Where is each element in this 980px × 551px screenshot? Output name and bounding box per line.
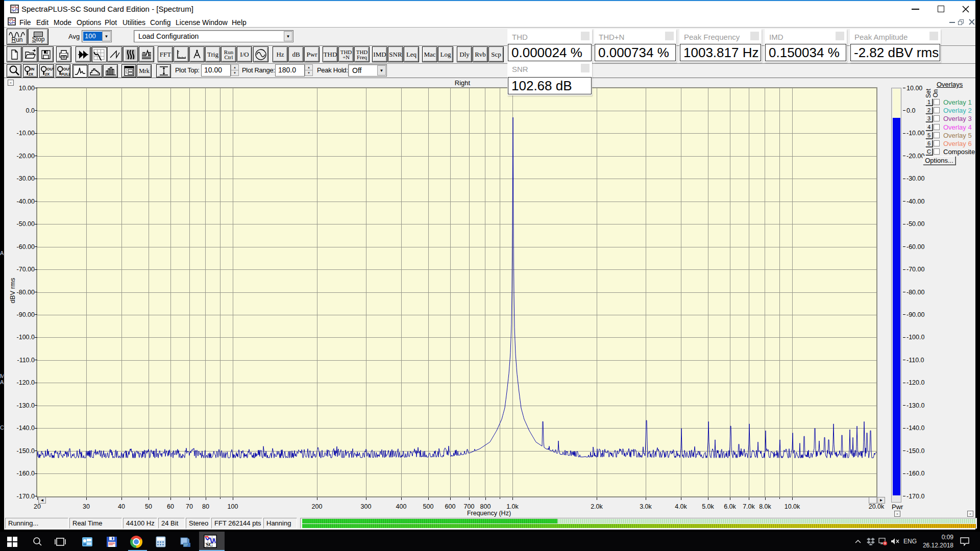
svg-text:SC: SC (206, 541, 213, 547)
svg-text:IN: IN (31, 67, 35, 71)
svg-text:FULL: FULL (61, 72, 70, 77)
svg-text:2X: 2X (29, 72, 34, 77)
svg-text:2X: 2X (45, 72, 50, 77)
svg-text:OUT: OUT (47, 67, 54, 71)
svg-text:OUT: OUT (63, 67, 70, 71)
